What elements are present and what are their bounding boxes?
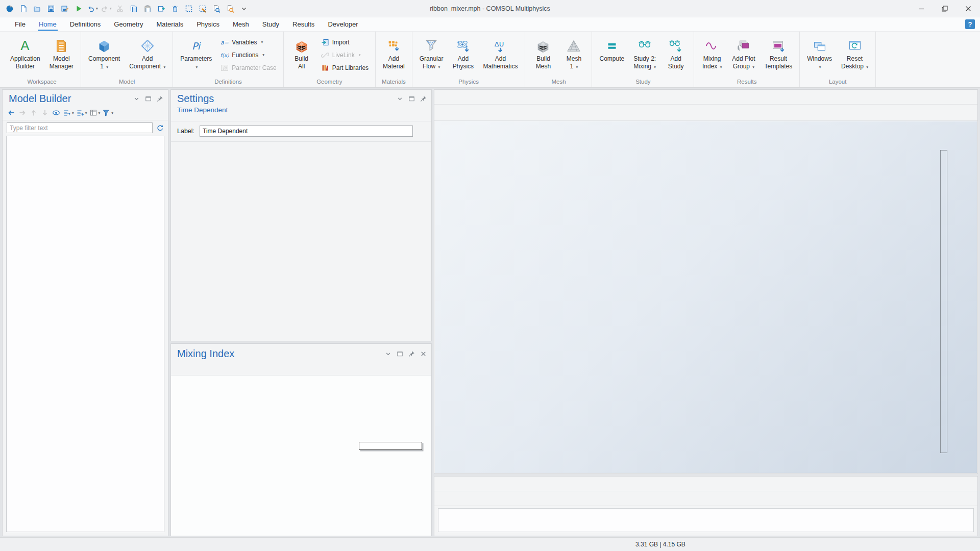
save-as-button[interactable] — [58, 2, 71, 15]
menu-physics[interactable]: Physics — [190, 17, 226, 31]
ribbon-button-variables[interactable]: a=Variables▾ — [216, 36, 280, 48]
win-close-icon — [964, 5, 972, 13]
ribbon-button-component-1[interactable]: Component1 ▾ — [84, 35, 125, 72]
minimize-button[interactable] — [910, 0, 933, 17]
ribbon-button-application-builder[interactable]: AApplicationBuilder — [6, 35, 45, 71]
customize-chevron-button[interactable] — [237, 2, 251, 15]
ribbon-button-model-manager[interactable]: ModelManager — [45, 35, 78, 71]
menu-file[interactable]: File — [8, 17, 32, 31]
find-button[interactable] — [210, 2, 223, 15]
ribbon-button-add-physics[interactable]: AddPhysics — [448, 35, 478, 71]
ribbon-button-compute[interactable]: Compute — [595, 35, 629, 64]
ribbon-button-add-mathematics[interactable]: ΔUAddMathematics — [478, 35, 522, 71]
collapse-tree-button[interactable]: ▾ — [62, 107, 75, 119]
graphics-panel — [434, 89, 978, 474]
menu-bar: FileHomeDefinitionsGeometryMaterialsPhys… — [0, 17, 980, 32]
forward-button[interactable] — [17, 107, 28, 119]
ribbon-button-part-libraries[interactable]: Part Libraries — [317, 61, 373, 74]
menu-mesh[interactable]: Mesh — [226, 17, 256, 31]
menu-definitions[interactable]: Definitions — [63, 17, 108, 31]
clear-selection-button[interactable] — [196, 2, 209, 15]
label-input[interactable] — [200, 126, 413, 137]
show-button[interactable] — [51, 107, 62, 119]
mixing-index-plot[interactable] — [171, 375, 431, 536]
ribbon-button-add-plot-group[interactable]: Add PlotGroup ▾ — [727, 35, 760, 72]
collapse-button[interactable] — [384, 350, 392, 358]
menu-home[interactable]: Home — [32, 17, 63, 31]
component-icon — [96, 38, 112, 54]
undo-button[interactable]: ▾ — [86, 2, 99, 15]
help-button[interactable]: ? — [965, 19, 975, 29]
menu-developer[interactable]: Developer — [321, 17, 364, 31]
move-up-button[interactable] — [28, 107, 39, 119]
ribbon-button-study-2-mixing[interactable]: Study 2:Mixing ▾ — [629, 35, 660, 72]
settings-title: Settings — [177, 93, 214, 105]
run-button[interactable] — [72, 2, 85, 15]
move-up-icon — [30, 109, 38, 117]
ribbon-group-label: Materials — [376, 77, 412, 87]
add-physics-icon — [455, 38, 471, 54]
ribbon-button-windows[interactable]: Windows ▾ — [802, 35, 837, 72]
filter-funnel-button[interactable]: ▾ — [101, 107, 114, 119]
expand-tree-button[interactable]: ▾ — [75, 107, 88, 119]
collapse-button[interactable] — [396, 95, 404, 103]
part-libraries-icon — [321, 64, 329, 72]
open-button[interactable] — [31, 2, 44, 15]
float-button[interactable] — [144, 95, 152, 103]
ribbon-button-add-component[interactable]: AddComponent ▾ — [125, 35, 170, 72]
ribbon-button-parameter-case[interactable]: PiParameter Case — [216, 61, 280, 74]
save-button[interactable] — [44, 2, 58, 15]
copy-button[interactable] — [127, 2, 140, 15]
close-button[interactable] — [419, 350, 427, 358]
tree-filter-input[interactable] — [7, 122, 153, 133]
back-button[interactable] — [6, 107, 17, 119]
ribbon-button-build-mesh[interactable]: BuildMesh — [528, 35, 558, 71]
comsol-logo-icon — [6, 5, 14, 13]
menu-geometry[interactable]: Geometry — [107, 17, 150, 31]
refresh-icon[interactable] — [156, 124, 164, 132]
ribbon-button-add-study[interactable]: AddStudy — [660, 35, 691, 71]
ribbon-button-add-material[interactable]: AddMaterial — [378, 35, 409, 71]
collapse-button[interactable] — [132, 95, 140, 103]
pin-button[interactable] — [156, 95, 164, 103]
save-icon — [47, 5, 55, 13]
close-button[interactable] — [957, 0, 980, 17]
menu-materials[interactable]: Materials — [150, 17, 190, 31]
settings-panel: Settings Time Dependent Label: — [170, 89, 432, 341]
new-file-button[interactable] — [17, 2, 30, 15]
edit-label-button[interactable] — [416, 126, 427, 137]
ribbon-group-label: Study — [592, 77, 694, 87]
float-button[interactable] — [396, 350, 404, 358]
ribbon-button-build-all[interactable]: BuildAll — [286, 35, 317, 71]
move-down-button[interactable] — [39, 107, 51, 119]
ribbon-button-reset-desktop[interactable]: ResetDesktop ▾ — [837, 35, 873, 72]
duplicate-button[interactable] — [155, 2, 168, 15]
cut-button[interactable] — [113, 2, 127, 15]
ribbon-button-result-templates[interactable]: ResultTemplates — [760, 35, 797, 71]
pin-button[interactable] — [419, 95, 427, 103]
quick-access-toolbar: ▾▾ — [0, 2, 251, 15]
maximize-button[interactable] — [933, 0, 957, 17]
ribbon-button-mesh-1[interactable]: Mesh1 ▾ — [558, 35, 589, 72]
parameters-icon: Pi — [188, 38, 204, 54]
collapse-icon — [396, 95, 404, 103]
menu-results[interactable]: Results — [286, 17, 321, 31]
redo-button[interactable]: ▾ — [100, 2, 113, 15]
ribbon-button-functions[interactable]: f(x)Functions▾ — [216, 48, 280, 61]
delete-button[interactable] — [168, 2, 182, 15]
ribbon-button-granular-flow[interactable]: GranularFlow ▾ — [415, 35, 448, 72]
ribbon-button-parameters[interactable]: PiParameters ▾ — [176, 35, 216, 72]
ribbon-button-mixing-index[interactable]: MixingIndex ▾ — [697, 35, 727, 72]
comsol-logo-button[interactable] — [3, 2, 16, 15]
select-box-button[interactable] — [182, 2, 195, 15]
graphics-3d-view[interactable] — [435, 121, 977, 473]
ribbon-button-livelink[interactable]: LiveLink▾ — [317, 48, 373, 61]
float-button[interactable] — [407, 95, 415, 103]
search-doc-button[interactable] — [224, 2, 237, 15]
menu-study[interactable]: Study — [256, 17, 286, 31]
pin-button[interactable] — [407, 350, 415, 358]
tree-table-button[interactable]: ▾ — [88, 107, 102, 119]
run-icon — [75, 5, 83, 13]
ribbon-button-import[interactable]: Import — [317, 36, 373, 48]
paste-button[interactable] — [141, 2, 154, 15]
